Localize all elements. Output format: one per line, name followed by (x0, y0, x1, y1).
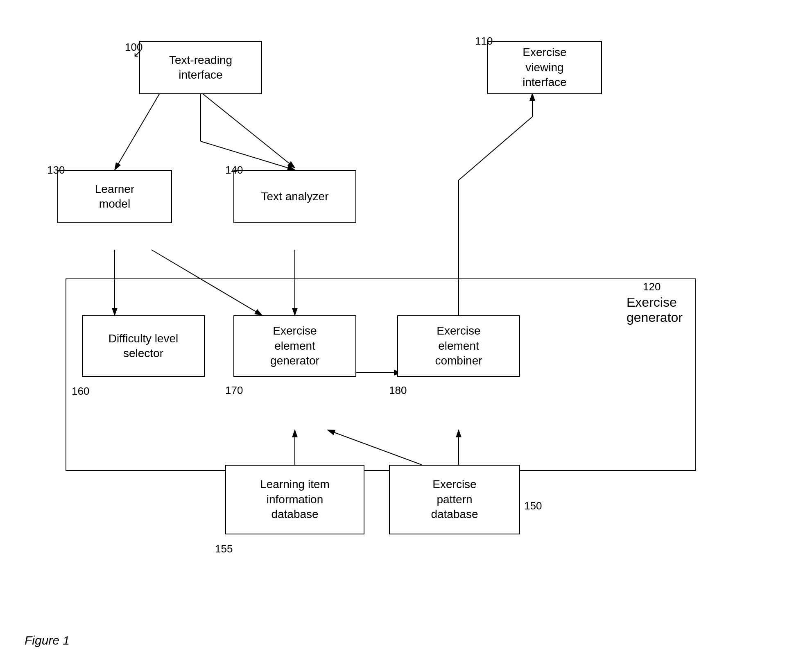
exercise-viewing-interface-id: 110 (475, 35, 493, 48)
exercise-element-generator-label: Exerciseelementgenerator (270, 324, 319, 368)
learner-model-label: Learnermodel (95, 182, 135, 212)
text-reading-interface-box: Text-readinginterface (139, 41, 262, 94)
svg-line-10 (459, 117, 532, 180)
exercise-pattern-db-id: 150 (524, 500, 542, 512)
exercise-element-combiner-id: 180 (389, 384, 407, 397)
exercise-pattern-db-box: Exercisepatterndatabase (389, 465, 520, 534)
svg-line-3 (201, 141, 295, 170)
learning-item-db-label: Learning iteminformationdatabase (260, 477, 330, 522)
difficulty-level-selector-label: Difficulty levelselector (109, 331, 179, 361)
exercise-element-generator-id: 170 (225, 384, 243, 397)
exercise-generator-id: 120 (643, 281, 661, 293)
exercise-viewing-interface-box: Exerciseviewinginterface (487, 41, 602, 94)
difficulty-level-selector-id: 160 (72, 385, 89, 398)
learner-model-box: Learnermodel (57, 170, 172, 223)
text-reading-interface-arrow-label: ↙ (133, 47, 142, 60)
text-analyzer-id: 140 (225, 164, 243, 176)
learner-model-id: 130 (47, 164, 65, 176)
exercise-pattern-db-label: Exercisepatterndatabase (431, 477, 478, 522)
figure-label: Figure 1 (25, 634, 70, 647)
text-reading-interface-label: Text-readinginterface (169, 53, 232, 83)
exercise-viewing-interface-label: Exerciseviewinginterface (523, 45, 566, 90)
text-analyzer-label: Text analyzer (261, 189, 329, 204)
text-analyzer-box: Text analyzer (233, 170, 356, 223)
diagram: Text-readinginterface 100 ↙ Exerciseview… (25, 16, 753, 631)
learning-item-db-id: 155 (215, 543, 233, 555)
exercise-element-combiner-box: Exerciseelementcombiner (397, 315, 520, 377)
exercise-generator-label: Exercisegenerator (627, 295, 683, 325)
svg-line-1 (201, 92, 295, 168)
exercise-element-combiner-label: Exerciseelementcombiner (435, 324, 482, 368)
exercise-element-generator-box: Exerciseelementgenerator (233, 315, 356, 377)
difficulty-level-selector-box: Difficulty levelselector (82, 315, 205, 377)
svg-line-4 (115, 93, 160, 170)
learning-item-db-box: Learning iteminformationdatabase (225, 465, 364, 534)
